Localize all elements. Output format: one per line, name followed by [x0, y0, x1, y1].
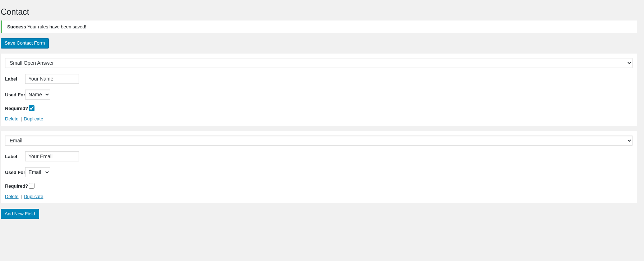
label-label: Label — [5, 154, 25, 159]
required-label: Required? — [5, 106, 28, 111]
add-new-field-button[interactable]: Add New Field — [1, 209, 39, 219]
used-for-select[interactable]: Name — [25, 90, 50, 100]
duplicate-link[interactable]: Duplicate — [24, 194, 43, 199]
success-notice: Success Your rules have been saved! — [1, 20, 637, 33]
label-label: Label — [5, 76, 25, 82]
save-contact-form-button[interactable]: Save Contact Form — [1, 38, 49, 48]
required-checkbox[interactable] — [29, 105, 34, 111]
action-separator: | — [19, 116, 23, 122]
delete-link[interactable]: Delete — [5, 116, 19, 122]
action-separator: | — [19, 194, 23, 199]
used-for-label: Used For — [5, 92, 25, 97]
field-type-select[interactable]: Small Open Answer — [5, 58, 633, 68]
field-type-select[interactable]: Email — [5, 136, 633, 146]
notice-strong: Success — [7, 24, 26, 29]
label-input[interactable] — [25, 151, 79, 161]
field-block: Small Open Answer Label Used For Name Re… — [1, 54, 637, 126]
field-block: Email Label Used For Email Required? Del… — [1, 131, 637, 203]
duplicate-link[interactable]: Duplicate — [24, 116, 43, 122]
required-label: Required? — [5, 183, 28, 189]
label-input[interactable] — [25, 74, 79, 84]
notice-text: Your rules have been saved! — [26, 24, 87, 29]
used-for-select[interactable]: Email — [25, 167, 50, 177]
page-title: Contact — [1, 4, 637, 19]
required-checkbox[interactable] — [29, 183, 34, 189]
used-for-label: Used For — [5, 170, 25, 175]
delete-link[interactable]: Delete — [5, 194, 19, 199]
